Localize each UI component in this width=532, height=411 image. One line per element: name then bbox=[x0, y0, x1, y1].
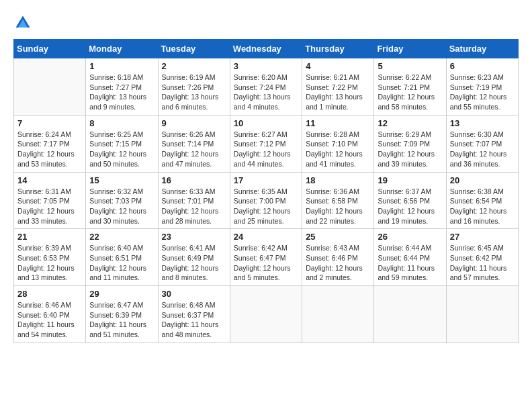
day-number: 13 bbox=[450, 118, 515, 128]
day-info: Sunrise: 6:41 AMSunset: 6:49 PMDaylight:… bbox=[162, 243, 226, 283]
calendar-cell bbox=[230, 286, 302, 343]
calendar-cell: 26Sunrise: 6:44 AMSunset: 6:44 PMDayligh… bbox=[374, 229, 446, 286]
day-info: Sunrise: 6:45 AMSunset: 6:42 PMDaylight:… bbox=[450, 243, 515, 283]
day-info: Sunrise: 6:27 AMSunset: 7:12 PMDaylight:… bbox=[234, 130, 298, 169]
day-info: Sunrise: 6:21 AMSunset: 7:22 PMDaylight:… bbox=[306, 73, 370, 112]
logo bbox=[13, 13, 35, 32]
calendar-cell: 24Sunrise: 6:42 AMSunset: 6:47 PMDayligh… bbox=[230, 229, 302, 286]
calendar-cell: 3Sunrise: 6:20 AMSunset: 7:24 PMDaylight… bbox=[230, 58, 302, 116]
calendar-table: SundayMondayTuesdayWednesdayThursdayFrid… bbox=[13, 39, 519, 343]
calendar-cell: 16Sunrise: 6:33 AMSunset: 7:01 PMDayligh… bbox=[158, 172, 230, 229]
day-number: 30 bbox=[162, 289, 226, 299]
calendar-cell: 25Sunrise: 6:43 AMSunset: 6:46 PMDayligh… bbox=[302, 229, 374, 286]
logo-icon bbox=[13, 13, 32, 32]
day-info: Sunrise: 6:47 AMSunset: 6:39 PMDaylight:… bbox=[89, 300, 154, 340]
day-number: 10 bbox=[234, 118, 298, 128]
day-number: 2 bbox=[162, 61, 226, 71]
day-info: Sunrise: 6:19 AMSunset: 7:26 PMDaylight:… bbox=[162, 73, 226, 112]
calendar-week-row: 28Sunrise: 6:46 AMSunset: 6:40 PMDayligh… bbox=[14, 286, 519, 343]
calendar-cell: 7Sunrise: 6:24 AMSunset: 7:17 PMDaylight… bbox=[14, 115, 86, 172]
day-info: Sunrise: 6:39 AMSunset: 6:53 PMDaylight:… bbox=[17, 243, 82, 283]
day-number: 8 bbox=[89, 118, 154, 128]
day-number: 12 bbox=[378, 118, 442, 128]
calendar-cell: 12Sunrise: 6:29 AMSunset: 7:09 PMDayligh… bbox=[374, 115, 446, 172]
day-info: Sunrise: 6:44 AMSunset: 6:44 PMDaylight:… bbox=[378, 243, 442, 283]
calendar-header-row: SundayMondayTuesdayWednesdayThursdayFrid… bbox=[14, 40, 519, 58]
day-info: Sunrise: 6:24 AMSunset: 7:17 PMDaylight:… bbox=[17, 130, 82, 169]
calendar-cell: 28Sunrise: 6:46 AMSunset: 6:40 PMDayligh… bbox=[14, 286, 86, 343]
day-info: Sunrise: 6:33 AMSunset: 7:01 PMDaylight:… bbox=[162, 187, 226, 226]
weekday-header: Tuesday bbox=[158, 40, 230, 58]
calendar-cell bbox=[14, 58, 86, 116]
calendar-cell: 22Sunrise: 6:40 AMSunset: 6:51 PMDayligh… bbox=[86, 229, 158, 286]
day-info: Sunrise: 6:20 AMSunset: 7:24 PMDaylight:… bbox=[234, 73, 298, 112]
weekday-header: Sunday bbox=[14, 40, 86, 58]
day-number: 3 bbox=[234, 61, 298, 71]
calendar-week-row: 14Sunrise: 6:31 AMSunset: 7:05 PMDayligh… bbox=[14, 172, 519, 229]
day-info: Sunrise: 6:36 AMSunset: 6:58 PMDaylight:… bbox=[306, 187, 370, 226]
day-number: 9 bbox=[162, 118, 226, 128]
day-number: 28 bbox=[17, 289, 82, 299]
day-number: 29 bbox=[89, 289, 154, 299]
day-number: 16 bbox=[162, 175, 226, 185]
day-number: 7 bbox=[17, 118, 82, 128]
calendar-cell: 8Sunrise: 6:25 AMSunset: 7:15 PMDaylight… bbox=[86, 115, 158, 172]
day-info: Sunrise: 6:26 AMSunset: 7:14 PMDaylight:… bbox=[162, 130, 226, 169]
day-number: 14 bbox=[17, 175, 82, 185]
calendar-cell: 19Sunrise: 6:37 AMSunset: 6:56 PMDayligh… bbox=[374, 172, 446, 229]
weekday-header: Wednesday bbox=[230, 40, 302, 58]
day-number: 26 bbox=[378, 232, 442, 242]
calendar-cell bbox=[374, 286, 446, 343]
day-info: Sunrise: 6:32 AMSunset: 7:03 PMDaylight:… bbox=[89, 187, 154, 226]
calendar-week-row: 21Sunrise: 6:39 AMSunset: 6:53 PMDayligh… bbox=[14, 229, 519, 286]
day-number: 1 bbox=[89, 61, 154, 71]
calendar-cell: 6Sunrise: 6:23 AMSunset: 7:19 PMDaylight… bbox=[446, 58, 518, 116]
calendar-cell bbox=[446, 286, 518, 343]
weekday-header: Monday bbox=[86, 40, 158, 58]
calendar-cell: 4Sunrise: 6:21 AMSunset: 7:22 PMDaylight… bbox=[302, 58, 374, 116]
calendar-cell: 20Sunrise: 6:38 AMSunset: 6:54 PMDayligh… bbox=[446, 172, 518, 229]
calendar-cell: 9Sunrise: 6:26 AMSunset: 7:14 PMDaylight… bbox=[158, 115, 230, 172]
day-info: Sunrise: 6:40 AMSunset: 6:51 PMDaylight:… bbox=[89, 243, 154, 283]
calendar-cell: 11Sunrise: 6:28 AMSunset: 7:10 PMDayligh… bbox=[302, 115, 374, 172]
weekday-header: Thursday bbox=[302, 40, 374, 58]
day-number: 21 bbox=[17, 232, 82, 242]
day-number: 15 bbox=[89, 175, 154, 185]
day-number: 19 bbox=[378, 175, 442, 185]
calendar-cell: 13Sunrise: 6:30 AMSunset: 7:07 PMDayligh… bbox=[446, 115, 518, 172]
calendar-cell: 21Sunrise: 6:39 AMSunset: 6:53 PMDayligh… bbox=[14, 229, 86, 286]
day-info: Sunrise: 6:29 AMSunset: 7:09 PMDaylight:… bbox=[378, 130, 442, 169]
day-info: Sunrise: 6:25 AMSunset: 7:15 PMDaylight:… bbox=[89, 130, 154, 169]
day-number: 24 bbox=[234, 232, 298, 242]
day-number: 6 bbox=[450, 61, 515, 71]
day-number: 17 bbox=[234, 175, 298, 185]
page-header bbox=[13, 13, 519, 32]
calendar-cell: 30Sunrise: 6:48 AMSunset: 6:37 PMDayligh… bbox=[158, 286, 230, 343]
day-number: 20 bbox=[450, 175, 515, 185]
day-info: Sunrise: 6:48 AMSunset: 6:37 PMDaylight:… bbox=[162, 300, 226, 340]
weekday-header: Friday bbox=[374, 40, 446, 58]
calendar-cell: 27Sunrise: 6:45 AMSunset: 6:42 PMDayligh… bbox=[446, 229, 518, 286]
day-info: Sunrise: 6:22 AMSunset: 7:21 PMDaylight:… bbox=[378, 73, 442, 112]
calendar-cell bbox=[302, 286, 374, 343]
day-number: 11 bbox=[306, 118, 370, 128]
day-number: 27 bbox=[450, 232, 515, 242]
day-number: 25 bbox=[306, 232, 370, 242]
day-info: Sunrise: 6:43 AMSunset: 6:46 PMDaylight:… bbox=[306, 243, 370, 283]
weekday-header: Saturday bbox=[446, 40, 518, 58]
day-info: Sunrise: 6:31 AMSunset: 7:05 PMDaylight:… bbox=[17, 187, 82, 226]
day-info: Sunrise: 6:46 AMSunset: 6:40 PMDaylight:… bbox=[17, 300, 82, 340]
calendar-cell: 23Sunrise: 6:41 AMSunset: 6:49 PMDayligh… bbox=[158, 229, 230, 286]
day-info: Sunrise: 6:35 AMSunset: 7:00 PMDaylight:… bbox=[234, 187, 298, 226]
day-info: Sunrise: 6:28 AMSunset: 7:10 PMDaylight:… bbox=[306, 130, 370, 169]
calendar-week-row: 1Sunrise: 6:18 AMSunset: 7:27 PMDaylight… bbox=[14, 58, 519, 116]
day-number: 18 bbox=[306, 175, 370, 185]
day-info: Sunrise: 6:37 AMSunset: 6:56 PMDaylight:… bbox=[378, 187, 442, 226]
calendar-cell: 2Sunrise: 6:19 AMSunset: 7:26 PMDaylight… bbox=[158, 58, 230, 116]
day-info: Sunrise: 6:38 AMSunset: 6:54 PMDaylight:… bbox=[450, 187, 515, 226]
day-info: Sunrise: 6:23 AMSunset: 7:19 PMDaylight:… bbox=[450, 73, 515, 112]
day-info: Sunrise: 6:42 AMSunset: 6:47 PMDaylight:… bbox=[234, 243, 298, 283]
day-number: 22 bbox=[89, 232, 154, 242]
day-number: 5 bbox=[378, 61, 442, 71]
calendar-cell: 10Sunrise: 6:27 AMSunset: 7:12 PMDayligh… bbox=[230, 115, 302, 172]
